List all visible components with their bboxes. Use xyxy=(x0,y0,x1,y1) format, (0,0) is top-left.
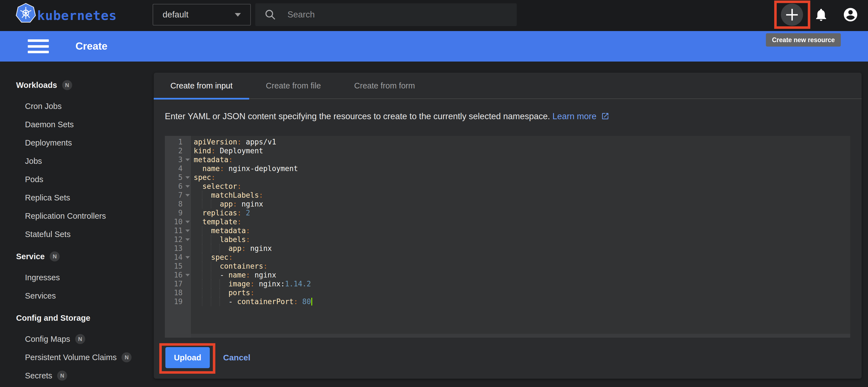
gutter-line: 5 xyxy=(165,173,191,182)
fold-arrow-icon[interactable] xyxy=(185,159,190,161)
sidebar-item-secrets[interactable]: SecretsN xyxy=(0,366,154,385)
external-link-icon xyxy=(601,112,609,122)
sidebar-item-deployments[interactable]: Deployments xyxy=(0,134,154,152)
code-token: spec xyxy=(194,173,211,182)
sidebar-item-ingresses[interactable]: Ingresses xyxy=(0,268,154,287)
gutter-line: 7 xyxy=(165,191,191,200)
namespace-value: default xyxy=(163,10,235,20)
code-token: nginx xyxy=(250,271,276,279)
code-token: metadata xyxy=(211,226,246,235)
code-token: matchLabels xyxy=(211,191,259,199)
code-token: : xyxy=(246,226,250,235)
code-token: : xyxy=(259,191,264,199)
indent-guide xyxy=(202,253,211,262)
fold-arrow-icon[interactable] xyxy=(185,176,190,179)
upload-button[interactable]: Upload xyxy=(165,347,210,368)
sidebar-item-replica-sets[interactable]: Replica Sets xyxy=(0,188,154,207)
yaml-editor[interactable]: 12345678910111213141516171819 apiVersion… xyxy=(165,136,850,338)
code-token: app xyxy=(228,244,241,252)
sidebar-item-cron-jobs[interactable]: Cron Jobs xyxy=(0,97,154,115)
page-title: Create xyxy=(75,31,107,62)
new-badge: N xyxy=(122,352,131,362)
code-line: replicas: 2 xyxy=(191,208,850,217)
fold-arrow-icon[interactable] xyxy=(185,194,190,197)
sidebar-item-config-maps[interactable]: Config MapsN xyxy=(0,330,154,348)
sidebar-item-jobs[interactable]: Jobs xyxy=(0,152,154,170)
code-token: kind xyxy=(194,147,211,155)
sidebar-header-service[interactable]: ServiceN xyxy=(0,247,154,266)
sidebar-item-label: Cron Jobs xyxy=(25,102,62,111)
sidebar-nav: WorkloadsNCron JobsDaemon SetsDeployment… xyxy=(0,62,154,387)
indent-guide xyxy=(194,191,202,200)
top-app-bar: kubernetes default xyxy=(0,0,868,31)
sidebar-header-workloads[interactable]: WorkloadsN xyxy=(0,76,154,94)
indent-guide xyxy=(194,235,202,244)
code-token: : xyxy=(246,235,250,244)
line-number: 6 xyxy=(178,182,183,190)
namespace-select[interactable]: default xyxy=(153,4,251,26)
code-token: : xyxy=(241,244,246,252)
fold-arrow-icon[interactable] xyxy=(185,238,190,241)
search-bar[interactable] xyxy=(255,3,517,26)
sidebar-header-config-and-storage[interactable]: Config and Storage xyxy=(0,309,154,327)
tab-create-from-form[interactable]: Create from form xyxy=(337,73,432,99)
sidebar-section-config-and-storage: Config and StorageConfig MapsNPersistent… xyxy=(0,309,154,385)
line-number: 13 xyxy=(174,244,183,252)
line-number: 12 xyxy=(174,235,183,244)
sidebar-item-label: Config Maps xyxy=(25,335,70,344)
sidebar-items: Config MapsNPersistent Volume ClaimsNSec… xyxy=(0,330,154,385)
code-token: 1.14.2 xyxy=(285,280,311,288)
new-badge: N xyxy=(62,80,72,90)
code-line: selector: xyxy=(191,182,850,191)
code-token: containerPort xyxy=(237,297,294,306)
gutter-line: 14 xyxy=(165,253,191,262)
code-token: : xyxy=(293,297,298,306)
code-token: nginx xyxy=(246,244,272,252)
code-token: name xyxy=(228,271,246,279)
sidebar-item-services[interactable]: Services xyxy=(0,287,154,305)
indent-guide xyxy=(194,253,202,262)
indent-guide xyxy=(220,244,228,253)
fold-arrow-icon[interactable] xyxy=(185,221,190,223)
notifications-button[interactable] xyxy=(811,4,831,25)
gutter-line: 4 xyxy=(165,164,191,173)
bell-icon xyxy=(814,7,829,22)
code-token: selector xyxy=(202,182,237,190)
fold-arrow-icon[interactable] xyxy=(185,256,190,259)
line-number: 8 xyxy=(178,200,183,208)
tab-create-from-file[interactable]: Create from file xyxy=(249,73,337,99)
fold-arrow-icon[interactable] xyxy=(185,274,190,276)
gutter-line: 18 xyxy=(165,288,191,297)
indent-guide xyxy=(202,271,211,279)
sidebar-item-replication-controllers[interactable]: Replication Controllers xyxy=(0,207,154,225)
indent-guide xyxy=(202,279,211,288)
code-line: app: nginx xyxy=(191,244,850,253)
fold-arrow-icon[interactable] xyxy=(185,230,190,232)
account-button[interactable] xyxy=(840,4,861,25)
menu-button[interactable] xyxy=(28,39,49,54)
fold-arrow-icon[interactable] xyxy=(185,185,190,188)
cancel-button[interactable]: Cancel xyxy=(223,353,250,362)
indent-guide xyxy=(211,262,220,271)
code-line: ports: xyxy=(191,288,850,297)
sidebar-item-pods[interactable]: Pods xyxy=(0,170,154,188)
line-number: 17 xyxy=(174,280,183,288)
code-token: Deployment xyxy=(215,147,263,155)
sidebar-item-daemon-sets[interactable]: Daemon Sets xyxy=(0,115,154,134)
search-input[interactable] xyxy=(287,10,482,20)
line-number: 4 xyxy=(178,165,183,173)
editor-code[interactable]: apiVersion: apps/v1kind: Deploymentmetad… xyxy=(191,136,850,338)
code-token: : xyxy=(233,200,237,208)
gutter-line: 13 xyxy=(165,244,191,253)
code-token: spec xyxy=(211,253,229,261)
tab-create-from-input[interactable]: Create from input xyxy=(154,73,249,99)
sidebar-item-label: Replica Sets xyxy=(25,193,70,202)
sidebar-item-stateful-sets[interactable]: Stateful Sets xyxy=(0,225,154,243)
text-caret xyxy=(311,298,312,306)
learn-more-link[interactable]: Learn more xyxy=(553,111,609,121)
create-new-resource-button[interactable] xyxy=(781,4,803,26)
editor-horizontal-scrollbar[interactable] xyxy=(191,334,850,338)
sidebar-item-persistent-volume-claims[interactable]: Persistent Volume ClaimsN xyxy=(0,348,154,366)
sidebar-item-label: Jobs xyxy=(25,156,42,166)
indent-guide xyxy=(202,235,211,244)
